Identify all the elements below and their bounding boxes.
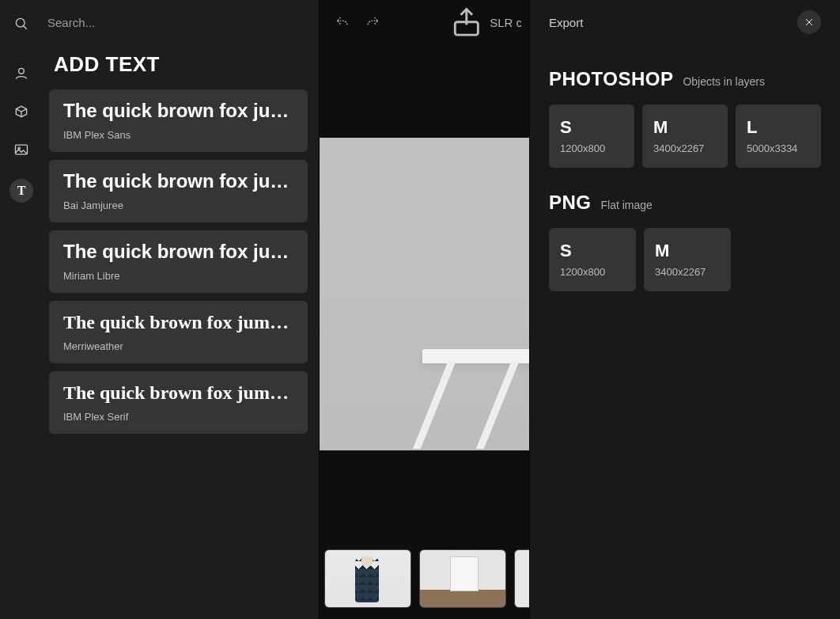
font-sample: The quick brown fox jumped over the lazy… [63, 169, 293, 193]
font-name: Miriam Libre [63, 270, 293, 282]
font-name: IBM Plex Sans [63, 129, 293, 141]
export-tile-png-s[interactable]: S 1200x800 [549, 228, 636, 291]
search-input[interactable] [43, 0, 319, 44]
svg-line-1 [24, 26, 27, 29]
png-heading: PNG [549, 192, 592, 214]
share-label: SLR camera [490, 16, 521, 29]
tile-size-label: M [653, 119, 717, 136]
tile-size-label: L [747, 119, 810, 136]
svg-point-2 [19, 68, 25, 74]
thumbnail-room[interactable] [419, 549, 506, 608]
export-tile-psd-m[interactable]: M 3400x2267 [642, 104, 728, 168]
object-icon[interactable] [13, 103, 30, 120]
canvas-viewport[interactable] [320, 44, 529, 540]
undo-icon[interactable] [327, 7, 358, 37]
tile-dimensions: 5000x3334 [747, 142, 810, 154]
text-tool-button[interactable]: T [9, 179, 33, 203]
font-sample: The quick brown fox jumped over the lazy… [63, 240, 293, 264]
font-card-ibm-plex-sans[interactable]: The quick brown fox jumped over the lazy… [49, 89, 308, 152]
tile-dimensions: 1200x800 [560, 142, 623, 154]
left-rail: T [0, 0, 43, 619]
tile-dimensions: 3400x2267 [655, 266, 720, 278]
tile-dimensions: 3400x2267 [653, 142, 717, 154]
export-tile-psd-l[interactable]: L 5000x3334 [736, 104, 821, 168]
tile-size-label: S [560, 119, 623, 136]
close-button[interactable] [797, 10, 821, 34]
font-card-miriam-libre[interactable]: The quick brown fox jumped over the lazy… [49, 230, 308, 293]
svg-point-5 [18, 147, 20, 150]
canvas-scene [320, 138, 529, 450]
font-sample: The quick brown fox jumped over the lazy… [63, 381, 293, 404]
export-section-png: PNG Flat image S 1200x800 M 3400x2267 [549, 192, 821, 291]
tile-dimensions: 1200x800 [560, 266, 625, 278]
font-sample: The quick brown fox jumped over the lazy… [63, 99, 293, 123]
person-icon[interactable] [13, 65, 30, 82]
redo-icon[interactable] [358, 7, 388, 37]
png-subtitle: Flat image [601, 199, 653, 211]
font-sample: The quick brown fox jumped over the lazy… [63, 310, 293, 334]
search-row [43, 0, 319, 44]
font-name: IBM Plex Serif [63, 411, 293, 423]
search-icon[interactable] [13, 15, 30, 32]
export-section-photoshop: PHOTOSHOP Objects in layers S 1200x800 M… [549, 68, 821, 168]
image-icon[interactable] [13, 141, 30, 158]
thumbnail-person[interactable] [324, 549, 411, 608]
font-card-merriweather[interactable]: The quick brown fox jumped over the lazy… [49, 301, 308, 363]
canvas-area: SLR camera [320, 0, 529, 619]
tile-size-label: S [560, 242, 625, 260]
thumbnail-more[interactable] [514, 549, 529, 608]
tile-size-label: M [655, 242, 720, 260]
canvas-toolbar: SLR camera [320, 0, 529, 44]
export-tile-psd-s[interactable]: S 1200x800 [549, 104, 634, 168]
svg-point-0 [16, 18, 25, 27]
photoshop-subtitle: Objects in layers [683, 75, 764, 88]
font-name: Bai Jamjuree [63, 199, 293, 211]
thumbnail-strip [324, 549, 529, 613]
panel-title: ADD TEXT [49, 52, 308, 77]
photoshop-heading: PHOTOSHOP [549, 68, 673, 90]
font-card-bai-jamjuree[interactable]: The quick brown fox jumped over the lazy… [49, 160, 308, 222]
share-button[interactable]: SLR camera [449, 5, 521, 40]
export-panel: Export PHOTOSHOP Objects in layers S 120… [529, 0, 840, 619]
export-title: Export [549, 16, 583, 29]
export-tile-png-m[interactable]: M 3400x2267 [644, 228, 731, 291]
add-text-panel: ADD TEXT The quick brown fox jumped over… [43, 0, 320, 619]
font-card-ibm-plex-serif[interactable]: The quick brown fox jumped over the lazy… [49, 371, 308, 434]
font-name: Merriweather [63, 340, 293, 352]
close-icon [804, 17, 815, 28]
